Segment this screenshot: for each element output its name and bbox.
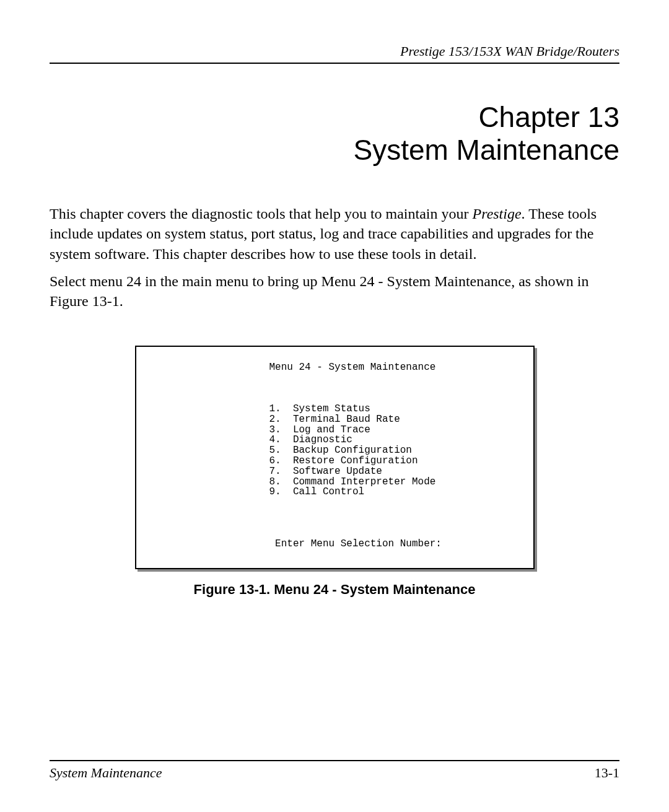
- paragraph-2: Select menu 24 in the main menu to bring…: [50, 271, 619, 312]
- terminal-content: Menu 24 - System Maintenance 1. System S…: [152, 362, 518, 549]
- figure-caption: Figure 13-1. Menu 24 - System Maintenanc…: [135, 582, 535, 598]
- terminal-item: 9. Call Control: [269, 486, 365, 497]
- terminal-item: 4. Diagnostic: [269, 434, 352, 445]
- page-header: Prestige 153/153X WAN Bridge/Routers: [50, 43, 619, 64]
- p1-text-a: This chapter covers the diagnostic tools…: [50, 206, 473, 222]
- terminal-item: 7. Software Update: [269, 466, 382, 477]
- terminal-item: 6. Restore Configuration: [269, 455, 418, 466]
- chapter-name: System Maintenance: [50, 134, 619, 167]
- footer-right: 13-1: [595, 765, 619, 781]
- paragraph-1: This chapter covers the diagnostic tools…: [50, 204, 619, 264]
- terminal-item: 2. Terminal Baud Rate: [269, 414, 400, 425]
- chapter-number: Chapter 13: [50, 101, 619, 134]
- terminal-box: Menu 24 - System Maintenance 1. System S…: [135, 346, 535, 569]
- body-text: This chapter covers the diagnostic tools…: [50, 204, 619, 312]
- page: Prestige 153/153X WAN Bridge/Routers Cha…: [0, 0, 669, 812]
- terminal-prompt: Enter Menu Selection Number:: [275, 538, 442, 549]
- p1-italic: Prestige: [473, 206, 522, 222]
- terminal-item: 1. System Status: [269, 403, 370, 414]
- running-head: Prestige 153/153X WAN Bridge/Routers: [50, 43, 619, 61]
- page-footer: System Maintenance 13-1: [50, 760, 619, 781]
- terminal-item: 3. Log and Trace: [269, 424, 370, 435]
- footer-left: System Maintenance: [50, 765, 162, 781]
- terminal-item: 8. Command Interpreter Mode: [269, 476, 436, 487]
- terminal-figure: Menu 24 - System Maintenance 1. System S…: [135, 346, 535, 598]
- chapter-title: Chapter 13 System Maintenance: [50, 101, 619, 167]
- terminal-title: Menu 24 - System Maintenance: [269, 362, 436, 373]
- terminal-item: 5. Backup Configuration: [269, 445, 412, 456]
